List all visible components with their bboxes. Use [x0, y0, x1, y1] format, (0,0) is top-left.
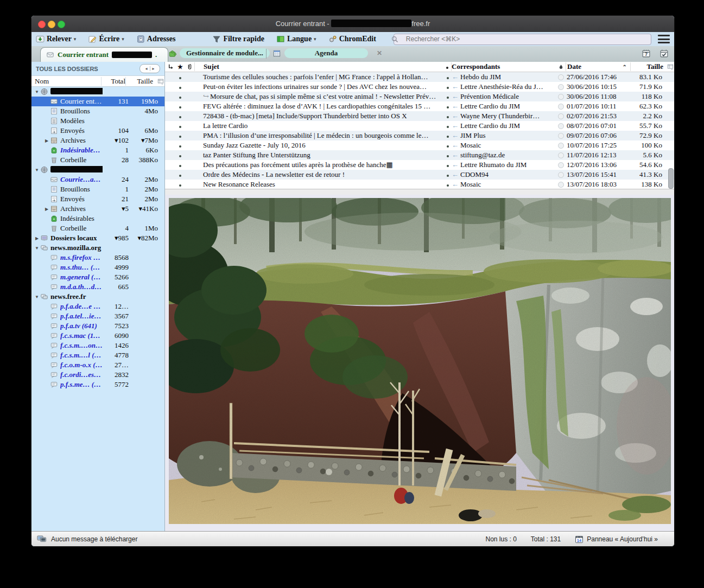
junk-column-icon[interactable] — [556, 64, 566, 70]
attachment-column-icon[interactable] — [185, 63, 194, 71]
folder-row[interactable]: m.s.thu… (2716)4999 — [31, 263, 164, 272]
junk-status-icon[interactable] — [556, 172, 566, 178]
junk-status-icon[interactable] — [556, 74, 566, 80]
column-total[interactable]: Total — [101, 77, 125, 86]
junk-status-icon[interactable] — [556, 182, 566, 188]
folder-row[interactable]: Indésirables (1)16Ko — [31, 145, 164, 155]
twisty-open-icon[interactable]: ▼ — [34, 246, 40, 251]
column-picker-icon[interactable] — [157, 78, 164, 85]
junk-status-icon[interactable] — [556, 152, 566, 158]
message-row[interactable]: ↪Morsure de chat, pas si simple même si … — [165, 92, 674, 101]
junk-status-icon[interactable] — [556, 123, 566, 129]
folder-row[interactable]: f.c.s.m.…on (149)1426 — [31, 341, 164, 350]
message-row[interactable]: Peut-on éviter les infections urinaires … — [165, 82, 674, 92]
folder-account-row[interactable]: ▼news.mozilla.org — [31, 243, 164, 253]
folder-row[interactable]: ▶Archives▾102▾7Mo — [31, 136, 164, 145]
message-row[interactable]: FEVG altérée : diminuez la dose d’AVK ! … — [165, 101, 674, 111]
folder-row[interactable]: p.f.a.tv (641)7523 — [31, 321, 164, 331]
zoom-window-button[interactable] — [58, 21, 65, 28]
twisty-open-icon[interactable]: ▼ — [34, 168, 40, 172]
unread-dot-icon[interactable] — [176, 112, 185, 120]
thread-column-icon[interactable] — [165, 63, 176, 71]
unread-dot-icon[interactable] — [176, 180, 185, 189]
minimize-window-button[interactable] — [48, 21, 55, 28]
folder-account-row[interactable]: ▶Dossiers locaux▾985▾82Mo — [31, 233, 164, 243]
folder-row[interactable]: Corbeille28388Ko — [31, 155, 164, 165]
search-input[interactable] — [394, 34, 651, 45]
tab-addons-manager[interactable]: Gestionnaire de module... ✕ — [168, 48, 278, 58]
folder-row[interactable]: Corbeille41Mo — [31, 223, 164, 233]
unread-dot-icon[interactable] — [176, 82, 185, 91]
junk-status-icon[interactable] — [556, 133, 566, 139]
folder-columns-header[interactable]: Nom Total Taille — [31, 75, 164, 87]
unread-dot-icon[interactable] — [176, 141, 185, 150]
thread-list-header[interactable]: ★ Sujet Correspondants Date⌃ Taille — [165, 62, 674, 72]
message-row[interactable]: Tourisme des cellules souches : parfois … — [165, 72, 674, 82]
folder-row[interactable]: p.f.s.me… (2374)5772 — [31, 380, 164, 389]
folder-row[interactable]: Envoyés1046Mo — [31, 126, 164, 136]
column-date[interactable]: Date⌃ — [566, 62, 630, 71]
unread-dot-icon[interactable] — [176, 151, 185, 159]
column-sujet[interactable]: Sujet — [194, 62, 443, 71]
column-taille-msgs[interactable]: Taille — [630, 62, 667, 71]
folder-row[interactable]: p.f.a.tel…ie (570)3567 — [31, 311, 164, 321]
unread-dot-icon[interactable] — [176, 170, 185, 179]
folder-row[interactable]: f.c.o.m-o.x (7103)27… — [31, 360, 164, 370]
twisty-open-icon[interactable]: ▼ — [34, 90, 40, 94]
today-pane-toggle[interactable]: 14 Panneau « Aujourd’hui » — [575, 535, 658, 544]
message-row[interactable]: New Resonance Releases←Mosaic13/07/2016 … — [165, 180, 674, 189]
twisty-closed-icon[interactable]: ▶ — [43, 138, 50, 143]
junk-status-icon[interactable] — [556, 94, 566, 100]
unread-dot-icon[interactable] — [176, 102, 185, 111]
écrire-button[interactable]: Écrire▾ — [88, 35, 124, 43]
folder-row[interactable]: ▶Archives▾5▾41Ko — [31, 204, 164, 214]
folder-row[interactable]: Envoyés212Mo — [31, 194, 164, 204]
junk-status-icon[interactable] — [556, 113, 566, 119]
folder-row[interactable]: m.s.firefox (7503)8568 — [31, 253, 164, 263]
calendar-panel-icon[interactable]: 7 — [642, 49, 651, 58]
unread-dot-icon[interactable] — [176, 73, 185, 81]
folder-view-switcher[interactable]: ◂▸ — [139, 64, 160, 73]
star-column-icon[interactable]: ★ — [176, 63, 185, 71]
folder-row[interactable]: Brouillons12Mo — [31, 184, 164, 194]
message-row[interactable]: PMA : l’illusion d’une irresponsabilité … — [165, 131, 674, 140]
junk-status-icon[interactable] — [556, 162, 566, 168]
twisty-closed-icon[interactable]: ▶ — [34, 236, 40, 241]
next-view-icon[interactable]: ▸ — [150, 66, 157, 71]
offline-monitors-icon[interactable] — [37, 535, 47, 543]
folder-row[interactable]: Courrie…ant (2)242Mo — [31, 175, 164, 184]
twisty-open-icon[interactable]: ▼ — [34, 295, 40, 299]
message-row[interactable]: Des précautions pas forcément utiles apr… — [165, 160, 674, 170]
close-window-button[interactable] — [38, 21, 46, 28]
folder-row[interactable]: f.c.ordi…es (553)2832 — [31, 370, 164, 380]
message-row[interactable]: La lettre Cardio←Lettre Cardio du JIM08/… — [165, 121, 674, 131]
app-menu-button[interactable] — [658, 34, 670, 44]
tasks-panel-icon[interactable] — [659, 49, 669, 58]
relever-button[interactable]: Relever▾ — [36, 35, 76, 43]
close-tab-icon[interactable]: ✕ — [377, 49, 382, 57]
filtre-rapide-button[interactable]: Filtre rapide — [212, 35, 264, 43]
thread-list-scrollbar-thumb[interactable] — [668, 168, 674, 189]
junk-status-icon[interactable] — [556, 104, 566, 110]
folder-row[interactable]: m.general (5182)5266 — [31, 272, 164, 282]
chromedit-button[interactable]: ChromEdit — [328, 35, 376, 43]
message-row[interactable]: taz Panter Stiftung Ihre Unterstützung←s… — [165, 150, 674, 160]
folder-account-row[interactable]: ▼news.free.fr — [31, 292, 164, 302]
adresses-button[interactable]: Adresses — [136, 35, 176, 43]
folder-account-row[interactable]: ▼..oste.net — [31, 165, 164, 175]
twisty-closed-icon[interactable]: ▶ — [43, 207, 50, 212]
unread-dot-icon[interactable] — [176, 122, 185, 130]
message-row[interactable]: 728438 - (tb-mac) [meta] Include/Support… — [165, 111, 674, 121]
message-row[interactable]: Ordre des Médecins - La newsletter est d… — [165, 170, 674, 180]
column-taille[interactable]: Taille — [125, 77, 155, 86]
folder-row[interactable]: Modèles — [31, 116, 164, 126]
junk-status-icon[interactable] — [556, 143, 566, 149]
unread-dot-icon[interactable] — [176, 131, 185, 140]
folder-account-row[interactable]: ▼free.fr — [31, 87, 164, 97]
folder-row[interactable]: Indésirables — [31, 214, 164, 223]
prev-view-icon[interactable]: ◂ — [143, 66, 149, 71]
unread-column-icon[interactable] — [443, 62, 451, 71]
message-row[interactable]: Sunday Jazz Gazette - July 10, 2016←Mosa… — [165, 140, 674, 150]
tab-mail-inbox[interactable]: Courrier entrant . — [40, 47, 168, 62]
unread-dot-icon[interactable] — [176, 92, 185, 101]
